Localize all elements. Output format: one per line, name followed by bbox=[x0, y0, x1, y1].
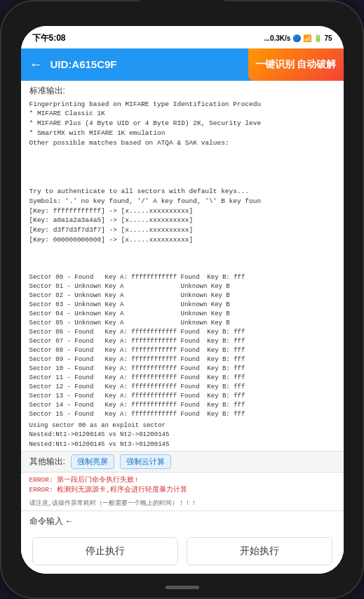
header-title: UID:A615C9F bbox=[50, 58, 117, 70]
bluetooth-icon: 🔵 bbox=[292, 34, 301, 42]
app-header: ← UID:A615C9F 一键识别 自动破解 bbox=[21, 48, 344, 81]
signal-icon: 📶 bbox=[303, 34, 311, 42]
error-output: ERROR: 第一段后门命令执行失败! ERROR: 检测到无源源卡,程序会进行… bbox=[21, 473, 344, 499]
phone-notch bbox=[140, 0, 224, 15]
phone-screen: 下午5:08 ...0.3K/s 🔵 📶 🔋 75 ← UID:A615C9F … bbox=[21, 26, 344, 574]
other-output-section: 其他输出: 强制亮屏 强制云计算 ERROR: 第一段后门命令执行失败! ERR… bbox=[21, 451, 344, 511]
network-speed: ...0.3K/s bbox=[264, 34, 291, 42]
main-content: 标准输出: Fingerprinting based on MIFARE typ… bbox=[21, 81, 344, 574]
standard-output-label: 标准输出: bbox=[21, 81, 344, 98]
sector-list: Sector 00 - Found Key A: ffffffffffff Fo… bbox=[21, 273, 344, 420]
other-output-label: 其他输出: bbox=[29, 456, 65, 468]
header-badge: 一键识别 自动破解 bbox=[248, 48, 344, 81]
status-icons: ...0.3K/s 🔵 📶 🔋 75 bbox=[264, 34, 332, 42]
battery-level: 75 bbox=[324, 34, 332, 42]
command-input-section: 命令输入 ← bbox=[21, 511, 344, 532]
phone-frame: 下午5:08 ...0.3K/s 🔵 📶 🔋 75 ← UID:A615C9F … bbox=[0, 0, 364, 599]
error-note: 请注意,该操作异常耗时（一般需要一个晚上的时间）！！！ bbox=[21, 499, 344, 511]
status-time: 下午5:08 bbox=[32, 32, 66, 44]
stop-button[interactable]: 停止执行 bbox=[32, 537, 178, 565]
using-sector-output: Using sector 00 as an exploit sector Nes… bbox=[21, 420, 344, 452]
error-line-2: ERROR: 检测到无源源卡,程序会进行轻度暴力计算 bbox=[29, 485, 335, 495]
back-button[interactable]: ← bbox=[29, 56, 43, 72]
fingerprint-output: Fingerprinting based on MIFARE type Iden… bbox=[21, 98, 344, 186]
home-indicator bbox=[166, 586, 199, 589]
status-bar: 下午5:08 ...0.3K/s 🔵 📶 🔋 75 bbox=[21, 26, 344, 48]
start-button[interactable]: 开始执行 bbox=[187, 537, 332, 565]
auth-output: Try to authenticate to all sectors with … bbox=[21, 185, 344, 273]
battery-icon: 🔋 bbox=[314, 34, 322, 42]
force-bright-button[interactable]: 强制亮屏 bbox=[71, 454, 114, 469]
bottom-buttons: 停止执行 开始执行 bbox=[21, 532, 344, 574]
command-label: 命令输入 ← bbox=[29, 515, 74, 527]
other-output-header: 其他输出: 强制亮屏 强制云计算 bbox=[21, 452, 344, 473]
force-cloud-button[interactable]: 强制云计算 bbox=[120, 454, 171, 469]
error-line-1: ERROR: 第一段后门命令执行失败! bbox=[29, 475, 335, 485]
output-section: 标准输出: Fingerprinting based on MIFARE typ… bbox=[21, 81, 344, 452]
